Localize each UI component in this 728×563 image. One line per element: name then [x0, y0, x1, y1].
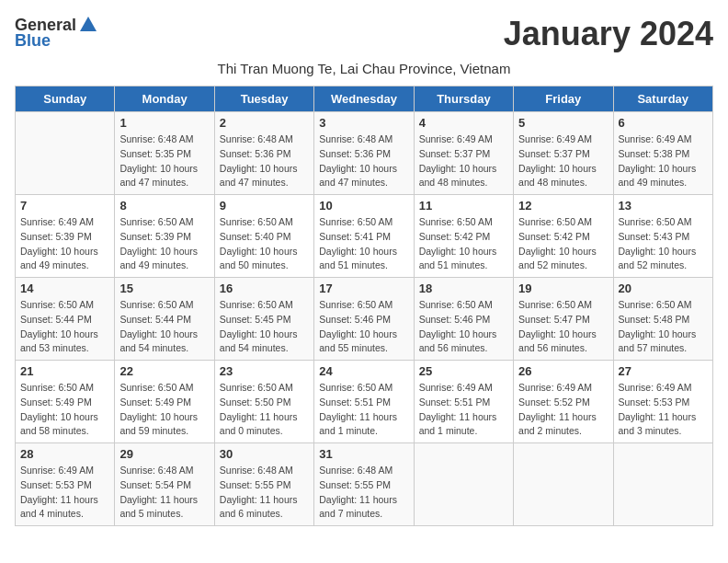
- calendar-cell: [16, 112, 115, 195]
- day-detail: Sunrise: 6:50 AMSunset: 5:50 PMDaylight:…: [220, 381, 309, 439]
- calendar-cell: 29Sunrise: 6:48 AMSunset: 5:54 PMDayligh…: [115, 443, 214, 526]
- day-number: 5: [518, 116, 608, 130]
- day-number: 25: [419, 364, 508, 378]
- day-number: 14: [20, 282, 109, 295]
- calendar-cell: 19Sunrise: 6:50 AMSunset: 5:47 PMDayligh…: [514, 278, 613, 361]
- calendar-cell: [514, 443, 613, 526]
- day-number: 1: [119, 116, 209, 130]
- calendar-cell: [414, 443, 513, 526]
- day-number: 8: [119, 199, 209, 213]
- day-number: 22: [119, 364, 209, 378]
- day-number: 28: [20, 447, 109, 461]
- day-number: 17: [319, 282, 408, 295]
- day-detail: Sunrise: 6:50 AMSunset: 5:51 PMDaylight:…: [319, 381, 408, 439]
- subtitle: Thi Tran Muong Te, Lai Chau Province, Vi…: [15, 61, 713, 76]
- calendar-cell: 8Sunrise: 6:50 AMSunset: 5:39 PMDaylight…: [115, 195, 214, 278]
- day-number: 7: [20, 199, 109, 213]
- calendar-cell: 13Sunrise: 6:50 AMSunset: 5:43 PMDayligh…: [613, 195, 712, 278]
- day-detail: Sunrise: 6:49 AMSunset: 5:37 PMDaylight:…: [518, 132, 608, 190]
- calendar-cell: 6Sunrise: 6:49 AMSunset: 5:38 PMDaylight…: [613, 112, 712, 195]
- day-detail: Sunrise: 6:48 AMSunset: 5:55 PMDaylight:…: [220, 464, 309, 522]
- day-detail: Sunrise: 6:48 AMSunset: 5:36 PMDaylight:…: [319, 132, 408, 190]
- calendar-cell: 15Sunrise: 6:50 AMSunset: 5:44 PMDayligh…: [115, 278, 214, 361]
- day-detail: Sunrise: 6:48 AMSunset: 5:55 PMDaylight:…: [319, 464, 408, 522]
- day-detail: Sunrise: 6:50 AMSunset: 5:47 PMDaylight:…: [518, 298, 608, 356]
- day-number: 21: [20, 364, 109, 378]
- day-header-sunday: Sunday: [16, 86, 115, 112]
- calendar-cell: 20Sunrise: 6:50 AMSunset: 5:48 PMDayligh…: [613, 278, 712, 361]
- week-row-3: 14Sunrise: 6:50 AMSunset: 5:44 PMDayligh…: [16, 278, 713, 361]
- day-header-saturday: Saturday: [613, 86, 712, 112]
- day-number: 31: [319, 447, 408, 461]
- calendar-cell: 21Sunrise: 6:50 AMSunset: 5:49 PMDayligh…: [16, 361, 115, 443]
- day-number: 15: [119, 282, 209, 295]
- day-header-friday: Friday: [514, 86, 613, 112]
- day-number: 24: [319, 364, 408, 378]
- day-detail: Sunrise: 6:50 AMSunset: 5:44 PMDaylight:…: [119, 298, 209, 356]
- days-header-row: SundayMondayTuesdayWednesdayThursdayFrid…: [16, 86, 713, 112]
- day-number: 26: [518, 364, 608, 378]
- day-number: 9: [220, 199, 309, 213]
- day-number: 27: [619, 364, 708, 378]
- day-number: 4: [419, 116, 508, 130]
- calendar-cell: 26Sunrise: 6:49 AMSunset: 5:52 PMDayligh…: [514, 361, 613, 443]
- calendar-cell: 28Sunrise: 6:49 AMSunset: 5:53 PMDayligh…: [16, 443, 115, 526]
- day-header-wednesday: Wednesday: [314, 86, 414, 112]
- calendar-table: SundayMondayTuesdayWednesdayThursdayFrid…: [15, 86, 713, 526]
- calendar-cell: [613, 443, 712, 526]
- day-header-tuesday: Tuesday: [214, 86, 313, 112]
- day-detail: Sunrise: 6:50 AMSunset: 5:49 PMDaylight:…: [20, 381, 109, 439]
- day-detail: Sunrise: 6:49 AMSunset: 5:39 PMDaylight:…: [20, 215, 109, 273]
- day-detail: Sunrise: 6:49 AMSunset: 5:37 PMDaylight:…: [419, 132, 508, 190]
- day-detail: Sunrise: 6:50 AMSunset: 5:39 PMDaylight:…: [119, 215, 209, 273]
- day-detail: Sunrise: 6:50 AMSunset: 5:41 PMDaylight:…: [319, 215, 408, 273]
- day-number: 23: [220, 364, 309, 378]
- day-number: 11: [419, 199, 508, 213]
- day-number: 6: [619, 116, 708, 130]
- week-row-5: 28Sunrise: 6:49 AMSunset: 5:53 PMDayligh…: [16, 443, 713, 526]
- day-number: 29: [119, 447, 209, 461]
- day-detail: Sunrise: 6:48 AMSunset: 5:54 PMDaylight:…: [119, 464, 209, 522]
- day-detail: Sunrise: 6:50 AMSunset: 5:46 PMDaylight:…: [319, 298, 408, 356]
- day-detail: Sunrise: 6:49 AMSunset: 5:38 PMDaylight:…: [619, 132, 708, 190]
- day-detail: Sunrise: 6:50 AMSunset: 5:46 PMDaylight:…: [419, 298, 508, 356]
- day-detail: Sunrise: 6:50 AMSunset: 5:42 PMDaylight:…: [518, 215, 608, 273]
- logo-blue: Blue: [15, 31, 51, 51]
- calendar-cell: 7Sunrise: 6:49 AMSunset: 5:39 PMDaylight…: [16, 195, 115, 278]
- day-number: 3: [319, 116, 408, 130]
- day-detail: Sunrise: 6:49 AMSunset: 5:53 PMDaylight:…: [20, 464, 109, 522]
- day-number: 16: [220, 282, 309, 295]
- logo: General Blue: [15, 15, 98, 51]
- day-number: 30: [220, 447, 309, 461]
- day-detail: Sunrise: 6:50 AMSunset: 5:40 PMDaylight:…: [220, 215, 309, 273]
- day-number: 18: [419, 282, 508, 295]
- calendar-cell: 23Sunrise: 6:50 AMSunset: 5:50 PMDayligh…: [214, 361, 313, 443]
- day-header-thursday: Thursday: [414, 86, 513, 112]
- week-row-4: 21Sunrise: 6:50 AMSunset: 5:49 PMDayligh…: [16, 361, 713, 443]
- calendar-cell: 24Sunrise: 6:50 AMSunset: 5:51 PMDayligh…: [314, 361, 414, 443]
- day-number: 12: [518, 199, 608, 213]
- calendar-cell: 9Sunrise: 6:50 AMSunset: 5:40 PMDaylight…: [214, 195, 313, 278]
- day-detail: Sunrise: 6:48 AMSunset: 5:36 PMDaylight:…: [220, 132, 309, 190]
- day-detail: Sunrise: 6:50 AMSunset: 5:45 PMDaylight:…: [220, 298, 309, 356]
- calendar-cell: 2Sunrise: 6:48 AMSunset: 5:36 PMDaylight…: [214, 112, 313, 195]
- calendar-cell: 5Sunrise: 6:49 AMSunset: 5:37 PMDaylight…: [514, 112, 613, 195]
- calendar-cell: 30Sunrise: 6:48 AMSunset: 5:55 PMDayligh…: [214, 443, 313, 526]
- calendar-cell: 31Sunrise: 6:48 AMSunset: 5:55 PMDayligh…: [314, 443, 414, 526]
- calendar-cell: 11Sunrise: 6:50 AMSunset: 5:42 PMDayligh…: [414, 195, 513, 278]
- calendar-cell: 4Sunrise: 6:49 AMSunset: 5:37 PMDaylight…: [414, 112, 513, 195]
- calendar-cell: 12Sunrise: 6:50 AMSunset: 5:42 PMDayligh…: [514, 195, 613, 278]
- day-number: 10: [319, 199, 408, 213]
- day-detail: Sunrise: 6:48 AMSunset: 5:35 PMDaylight:…: [119, 132, 209, 190]
- day-number: 13: [619, 199, 708, 213]
- calendar-cell: 17Sunrise: 6:50 AMSunset: 5:46 PMDayligh…: [314, 278, 414, 361]
- calendar-cell: 3Sunrise: 6:48 AMSunset: 5:36 PMDaylight…: [314, 112, 414, 195]
- svg-marker-0: [80, 17, 97, 31]
- logo-icon: [78, 15, 98, 35]
- header: General Blue January 2024: [15, 15, 713, 53]
- week-row-1: 1Sunrise: 6:48 AMSunset: 5:35 PMDaylight…: [16, 112, 713, 195]
- day-detail: Sunrise: 6:50 AMSunset: 5:49 PMDaylight:…: [119, 381, 209, 439]
- day-detail: Sunrise: 6:49 AMSunset: 5:51 PMDaylight:…: [419, 381, 508, 439]
- day-number: 20: [619, 282, 708, 295]
- day-detail: Sunrise: 6:50 AMSunset: 5:44 PMDaylight:…: [20, 298, 109, 356]
